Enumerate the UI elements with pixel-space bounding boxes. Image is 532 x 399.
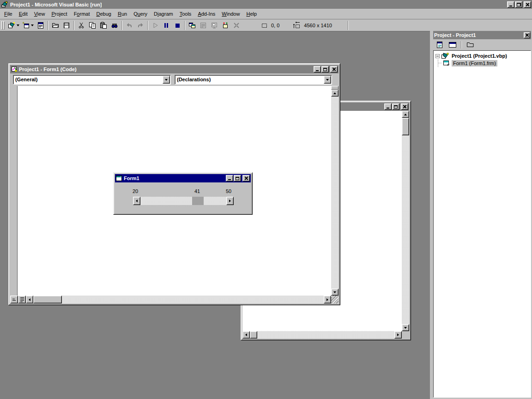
scroll-right-button[interactable]: [394, 331, 402, 339]
project-explorer-titlebar[interactable]: Project - Project1: [433, 31, 531, 39]
code-combo-row: (General) (Declarations): [10, 73, 339, 86]
object-dropdown[interactable]: (General): [13, 75, 171, 85]
menu-query[interactable]: Query: [130, 9, 151, 19]
view-code-button[interactable]: [434, 40, 446, 49]
toolbar-separator: [73, 21, 74, 30]
add-form-button[interactable]: [21, 20, 35, 30]
tree-item-label: Project1 (Project1.vbp): [450, 53, 508, 59]
scroll-track[interactable]: [331, 97, 339, 289]
scroll-track[interactable]: [257, 331, 394, 339]
code-hscrollbar[interactable]: [10, 296, 339, 303]
scroll-right-button[interactable]: [226, 197, 234, 205]
toolbox-button[interactable]: [231, 20, 242, 30]
close-button[interactable]: [524, 1, 531, 8]
object-dropdown-value: (General): [13, 75, 162, 84]
start-button[interactable]: [150, 20, 161, 30]
close-button[interactable]: [330, 66, 338, 73]
form1-window[interactable]: Form1 20 41 50: [113, 172, 253, 215]
properties-window-button[interactable]: [198, 20, 209, 30]
add-project-button[interactable]: [6, 20, 21, 30]
menu-file[interactable]: File: [1, 9, 16, 19]
scroll-up-button[interactable]: [402, 111, 409, 118]
restore-button[interactable]: [515, 1, 522, 8]
maximize-button[interactable]: [392, 103, 399, 110]
end-button[interactable]: [172, 20, 183, 30]
view-object-button[interactable]: [447, 40, 459, 49]
menu-edit[interactable]: Edit: [16, 9, 31, 19]
scrollbar-value-label: 41: [194, 188, 200, 194]
menu-diagram[interactable]: Diagram: [151, 9, 176, 19]
scroll-track[interactable]: [402, 135, 409, 324]
scroll-left-button[interactable]: [133, 197, 140, 205]
break-button[interactable]: [161, 20, 172, 30]
minimize-button[interactable]: [226, 175, 233, 181]
procedure-dropdown-button[interactable]: [324, 76, 331, 84]
menu-view[interactable]: View: [31, 9, 48, 19]
minimize-icon: [387, 108, 389, 109]
minimize-button[interactable]: [314, 66, 321, 73]
object-dropdown-button[interactable]: [163, 76, 170, 84]
scroll-left-button[interactable]: [242, 331, 250, 339]
procedure-dropdown[interactable]: (Declarations): [175, 75, 332, 85]
scroll-right-button[interactable]: [324, 296, 331, 303]
form1-titlebar[interactable]: Form1: [115, 174, 251, 182]
code-titlebar[interactable]: Project1 - Form1 (Code): [10, 65, 339, 73]
tree-item[interactable]: Project1 (Project1.vbp): [435, 52, 530, 60]
cut-button[interactable]: [76, 20, 87, 30]
scroll-track[interactable]: [140, 197, 226, 205]
scroll-left-button[interactable]: [26, 296, 33, 303]
menu-tools[interactable]: Tools: [176, 9, 195, 19]
toggle-folders-button[interactable]: [464, 40, 476, 49]
arrow-up-icon: [333, 92, 336, 94]
menu-addins[interactable]: Add-Ins: [194, 9, 218, 19]
menu-run[interactable]: Run: [115, 9, 130, 19]
code-vscrollbar[interactable]: [331, 86, 339, 296]
minimize-button[interactable]: [507, 1, 514, 8]
scroll-thumb[interactable]: [402, 118, 409, 135]
resize-grip[interactable]: [331, 296, 339, 303]
scroll-track[interactable]: [62, 296, 324, 303]
procedure-view-button[interactable]: [10, 296, 18, 303]
dropdown-caret-icon: [17, 24, 19, 26]
menu-window[interactable]: Window: [218, 9, 243, 19]
position-value: 0, 0: [271, 23, 279, 28]
project-explorer-button[interactable]: [187, 20, 198, 30]
tree-expander-minus[interactable]: [435, 54, 440, 58]
copy-button[interactable]: [87, 20, 98, 30]
close-button[interactable]: [524, 32, 530, 38]
close-button[interactable]: [242, 175, 250, 181]
menu-editor-button[interactable]: [35, 20, 46, 30]
object-browser-icon: [222, 22, 229, 29]
hscrollbar-control[interactable]: [133, 197, 234, 205]
form-layout-window-button[interactable]: [209, 20, 220, 30]
scroll-thumb[interactable]: [192, 197, 204, 205]
find-button[interactable]: [109, 20, 120, 30]
full-module-view-button[interactable]: [18, 296, 26, 303]
menu-format[interactable]: Format: [71, 9, 93, 19]
toolbar-grip[interactable]: [1, 21, 5, 30]
scroll-down-button[interactable]: [402, 324, 409, 331]
maximize-button[interactable]: [234, 175, 241, 181]
scroll-up-button[interactable]: [331, 90, 339, 97]
redo-button[interactable]: [135, 20, 146, 30]
scroll-thumb[interactable]: [250, 331, 257, 339]
scroll-thumb[interactable]: [33, 296, 62, 303]
minimize-button[interactable]: [384, 103, 392, 110]
close-button[interactable]: [401, 103, 408, 110]
maximize-button[interactable]: [321, 66, 329, 73]
designer-vscrollbar[interactable]: [402, 111, 409, 331]
split-handle[interactable]: [331, 86, 339, 90]
save-project-button[interactable]: [61, 20, 72, 30]
open-project-button[interactable]: [50, 20, 61, 30]
menu-debug[interactable]: Debug: [93, 9, 114, 19]
undo-button[interactable]: [124, 20, 135, 30]
paste-button[interactable]: [98, 20, 109, 30]
save-project-icon: [63, 22, 70, 29]
tree-item[interactable]: Form1 (Form1.frm): [435, 60, 530, 67]
menu-project[interactable]: Project: [48, 9, 70, 19]
object-browser-button[interactable]: [220, 20, 231, 30]
scroll-down-button[interactable]: [331, 289, 339, 296]
menu-help[interactable]: Help: [243, 9, 260, 19]
designer-hscrollbar[interactable]: [242, 331, 409, 339]
arrow-down-icon: [333, 291, 336, 293]
